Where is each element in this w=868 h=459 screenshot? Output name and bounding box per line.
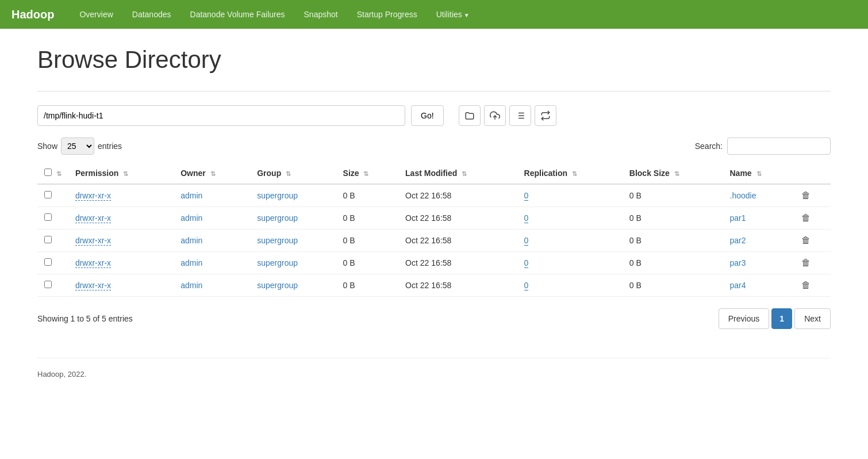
path-input[interactable] [37,105,405,126]
cell-owner-4: admin [174,274,250,297]
cell-size-0: 0 B [336,184,399,207]
select-all-header: ⇅ [37,163,68,184]
row-checkbox-3[interactable] [44,258,52,266]
col-header-owner[interactable]: Owner ⇅ [174,163,250,184]
col-header-size[interactable]: Size ⇅ [336,163,399,184]
col-header-block-size[interactable]: Block Size ⇅ [623,163,723,184]
cell-owner-2: admin [174,230,250,252]
table-row: drwxr-xr-x admin supergroup 0 B Oct 22 1… [37,184,831,207]
nav-link-overview[interactable]: Overview [71,5,121,24]
cell-last-modified-4: Oct 22 16:58 [398,274,517,297]
name-link-3[interactable]: par3 [730,258,746,267]
cell-replication-4: 0 [517,274,623,297]
owner-link-3[interactable]: admin [180,258,202,267]
next-button[interactable]: Next [794,308,831,329]
nav-item-snapshot[interactable]: Snapshot [296,5,346,24]
cell-group-2: supergroup [250,230,336,252]
name-link-1[interactable]: par1 [730,213,746,223]
transfer-icon-button[interactable] [535,105,556,126]
current-page[interactable]: 1 [771,308,792,329]
list-icon-button[interactable] [509,105,531,126]
nav-item-utilities[interactable]: Utilities [428,5,478,24]
search-input[interactable] [727,137,831,155]
page-container: Browse Directory Go! [14,29,854,407]
transfer-icon [540,110,551,121]
upload-icon-button[interactable] [484,105,506,126]
cell-block-size-0: 0 B [623,184,723,207]
nav-link-datanodes[interactable]: Datanodes [124,5,179,24]
nav-link-utilities[interactable]: Utilities [428,5,478,24]
cell-last-modified-2: Oct 22 16:58 [398,230,517,252]
name-link-0[interactable]: .hoodie [730,191,756,200]
col-header-last-modified[interactable]: Last Modified ⇅ [398,163,517,184]
nav-item-overview[interactable]: Overview [71,5,121,24]
replication-link-2[interactable]: 0 [524,236,529,246]
permission-link-2[interactable]: drwxr-xr-x [75,236,111,246]
group-link-0[interactable]: supergroup [257,191,298,200]
owner-link-1[interactable]: admin [180,213,202,223]
delete-icon-0[interactable]: 🗑 [801,190,811,200]
delete-icon-3[interactable]: 🗑 [801,258,811,267]
nav-link-snapshot[interactable]: Snapshot [296,5,346,24]
nav-item-datanodes[interactable]: Datanodes [124,5,179,24]
sort-icon-block-size: ⇅ [674,170,679,177]
delete-icon-2[interactable]: 🗑 [801,235,811,245]
permission-link-3[interactable]: drwxr-xr-x [75,258,111,268]
cell-last-modified-0: Oct 22 16:58 [398,184,517,207]
previous-button[interactable]: Previous [719,308,769,329]
cell-permission-2: drwxr-xr-x [68,230,174,252]
owner-link-4[interactable]: admin [180,281,202,290]
nav-item-startup-progress[interactable]: Startup Progress [349,5,425,24]
replication-link-3[interactable]: 0 [524,258,529,268]
col-header-name[interactable]: Name ⇅ [723,163,794,184]
select-all-checkbox[interactable] [44,169,52,176]
table-header-row: ⇅ Permission ⇅ Owner ⇅ Group ⇅ Size ⇅ La… [37,163,831,184]
col-header-permission[interactable]: Permission ⇅ [68,163,174,184]
table-row: drwxr-xr-x admin supergroup 0 B Oct 22 1… [37,207,831,230]
cell-name-4: par4 [723,274,794,297]
col-header-group[interactable]: Group ⇅ [250,163,336,184]
folder-icon-button[interactable] [459,105,481,126]
row-checkbox-2[interactable] [44,236,52,243]
cell-permission-3: drwxr-xr-x [68,252,174,274]
table-row: drwxr-xr-x admin supergroup 0 B Oct 22 1… [37,252,831,274]
page-title: Browse Directory [37,46,831,74]
permission-link-0[interactable]: drwxr-xr-x [75,191,111,201]
col-header-replication[interactable]: Replication ⇅ [517,163,623,184]
replication-link-0[interactable]: 0 [524,191,529,201]
row-checkbox-0[interactable] [44,191,52,198]
permission-link-1[interactable]: drwxr-xr-x [75,213,111,223]
folder-icon [464,110,475,121]
nav-item-datanode-volume-failures[interactable]: Datanode Volume Failures [182,5,293,24]
group-link-1[interactable]: supergroup [257,213,298,223]
directory-table-wrapper: ⇅ Permission ⇅ Owner ⇅ Group ⇅ Size ⇅ La… [37,163,831,297]
group-link-2[interactable]: supergroup [257,236,298,245]
cell-name-1: par1 [723,207,794,230]
row-checkbox-cell-3 [37,252,68,274]
group-link-4[interactable]: supergroup [257,281,298,290]
nav-link-startup-progress[interactable]: Startup Progress [349,5,425,24]
permission-link-4[interactable]: drwxr-xr-x [75,281,111,290]
go-button[interactable]: Go! [411,105,444,126]
show-left: Show 10 25 50 100 entries [37,137,122,155]
delete-icon-1[interactable]: 🗑 [801,213,811,223]
replication-link-1[interactable]: 0 [524,213,529,223]
cell-owner-1: admin [174,207,250,230]
entries-select[interactable]: 10 25 50 100 [61,137,94,155]
name-link-2[interactable]: par2 [730,236,746,245]
row-checkbox-4[interactable] [44,281,52,288]
name-link-4[interactable]: par4 [730,281,746,290]
replication-link-4[interactable]: 0 [524,281,529,290]
navbar-brand[interactable]: Hadoop [11,8,54,21]
nav-link-datanode-volume-failures[interactable]: Datanode Volume Failures [182,5,293,24]
cell-name-2: par2 [723,230,794,252]
navbar-nav: Overview Datanodes Datanode Volume Failu… [71,5,477,24]
cell-delete-0: 🗑 [794,184,831,207]
delete-icon-4[interactable]: 🗑 [801,280,811,290]
cell-permission-4: drwxr-xr-x [68,274,174,297]
row-checkbox-1[interactable] [44,213,52,221]
group-link-3[interactable]: supergroup [257,258,298,267]
owner-link-2[interactable]: admin [180,236,202,245]
owner-link-0[interactable]: admin [180,191,202,200]
search-row: Search: [695,137,831,155]
